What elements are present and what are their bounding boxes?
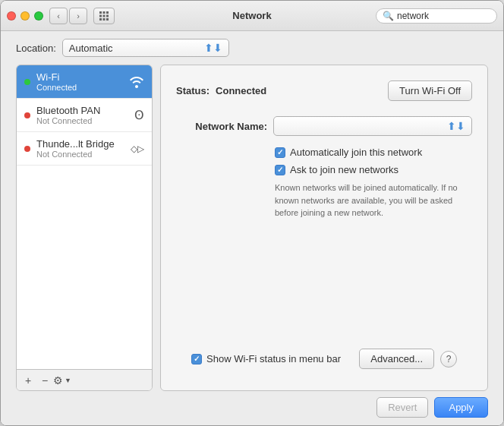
sidebar-item-wifi[interactable]: Wi-Fi Connected: [17, 65, 152, 99]
bottom-bar: ✓ Show Wi-Fi status in menu bar Advanced…: [176, 342, 472, 375]
bluetooth-icon: ʘ: [134, 108, 144, 122]
location-arrow-icon: ⬆⬇: [204, 42, 222, 54]
thunderbolt-item-name: Thunde...lt Bridge: [36, 138, 124, 150]
remove-network-button[interactable]: −: [36, 373, 53, 388]
svg-rect-7: [103, 18, 106, 21]
network-select-arrow-icon: ⬆⬇: [447, 120, 465, 132]
wifi-status-dot: [24, 79, 30, 85]
window-title: Network: [232, 10, 271, 21]
search-box[interactable]: 🔍 ✕: [376, 8, 497, 24]
auto-join-checkbox[interactable]: ✓: [275, 147, 285, 158]
show-wifi-row: ✓ Show Wi-Fi status in menu bar: [191, 353, 341, 364]
ask-join-row: ✓ Ask to join new networks: [275, 164, 472, 175]
network-name-select[interactable]: ⬆⬇: [273, 116, 472, 136]
nav-buttons: ‹ ›: [49, 8, 87, 24]
search-icon: 🔍: [383, 11, 394, 21]
ask-join-checkbox[interactable]: ✓: [275, 165, 285, 175]
sidebar-toolbar: + − ⚙ ▼: [17, 369, 152, 390]
body-area: Wi-Fi Connected: [1, 65, 503, 391]
svg-rect-5: [106, 14, 109, 17]
thunderbolt-item-status: Not Connected: [36, 150, 124, 159]
window: ‹ › Network 🔍 ✕ Locatio: [0, 0, 504, 426]
network-name-row: Network Name: ⬆⬇: [176, 116, 472, 136]
status-label: Status:: [176, 85, 209, 96]
back-button[interactable]: ‹: [49, 8, 68, 24]
checkbox2-check-icon: ✓: [277, 166, 283, 174]
svg-rect-2: [106, 11, 109, 14]
footer: Revert Apply: [1, 391, 503, 425]
location-bar: Location: Automatic ⬆⬇: [1, 31, 503, 65]
revert-button[interactable]: Revert: [376, 397, 428, 418]
add-network-button[interactable]: +: [20, 373, 36, 388]
detail-panel: Status: Connected Turn Wi-Fi Off Network…: [160, 65, 488, 391]
wifi-item-status: Connected: [36, 83, 123, 92]
bluetooth-status-dot: [24, 112, 30, 118]
status-row: Status: Connected Turn Wi-Fi Off: [176, 80, 472, 101]
turn-wifi-off-button[interactable]: Turn Wi-Fi Off: [388, 80, 472, 101]
auto-join-row: ✓ Automatically join this network: [275, 147, 472, 158]
info-text: Known networks will be joined automatica…: [275, 181, 472, 219]
sidebar-list: Wi-Fi Connected: [17, 65, 152, 369]
show-wifi-checkbox[interactable]: ✓: [191, 354, 202, 364]
traffic-lights: [7, 11, 43, 21]
svg-rect-8: [106, 18, 109, 21]
auto-join-label: Automatically join this network: [290, 147, 422, 158]
search-input[interactable]: [397, 11, 504, 21]
status-value: Connected: [216, 85, 266, 96]
maximize-button[interactable]: [34, 11, 43, 21]
thunderbolt-status-dot: [24, 146, 30, 152]
minimize-button[interactable]: [20, 11, 30, 21]
location-label: Location:: [16, 43, 56, 54]
svg-rect-0: [99, 11, 102, 14]
show-wifi-label: Show Wi-Fi status in menu bar: [206, 353, 341, 364]
titlebar: ‹ › Network 🔍 ✕: [1, 1, 503, 31]
wifi-icon: [129, 76, 144, 88]
help-button[interactable]: ?: [440, 351, 457, 368]
location-select[interactable]: Automatic ⬆⬇: [62, 39, 229, 57]
advanced-button[interactable]: Advanced...: [359, 349, 434, 369]
location-value: Automatic: [69, 43, 113, 54]
gear-dropdown-arrow: ▼: [65, 377, 71, 384]
wifi-item-name: Wi-Fi: [36, 71, 123, 83]
sidebar-item-bluetooth[interactable]: Bluetooth PAN Not Connected ʘ: [17, 99, 152, 132]
show-wifi-check-icon: ✓: [194, 355, 200, 363]
close-button[interactable]: [7, 11, 16, 21]
bluetooth-item-status: Not Connected: [36, 116, 128, 125]
sidebar: Wi-Fi Connected: [16, 65, 153, 391]
svg-rect-6: [99, 18, 102, 21]
grid-button[interactable]: [93, 8, 115, 24]
forward-button[interactable]: ›: [69, 8, 87, 24]
network-name-label: Network Name:: [176, 121, 267, 132]
main-content: Location: Automatic ⬆⬇ Wi-Fi Connected: [1, 31, 503, 425]
bluetooth-item-name: Bluetooth PAN: [36, 105, 128, 116]
svg-rect-1: [103, 11, 106, 14]
svg-rect-3: [99, 14, 102, 17]
svg-rect-4: [103, 14, 106, 17]
sidebar-item-thunderbolt[interactable]: Thunde...lt Bridge Not Connected ◇▷: [17, 132, 152, 166]
gear-menu-button[interactable]: ⚙ ▼: [53, 374, 71, 387]
gear-icon: ⚙: [53, 374, 63, 387]
ask-join-label: Ask to join new networks: [290, 164, 398, 175]
thunderbolt-icon: ◇▷: [131, 144, 144, 154]
checkbox-check-icon: ✓: [277, 148, 283, 156]
apply-button[interactable]: Apply: [434, 397, 488, 418]
